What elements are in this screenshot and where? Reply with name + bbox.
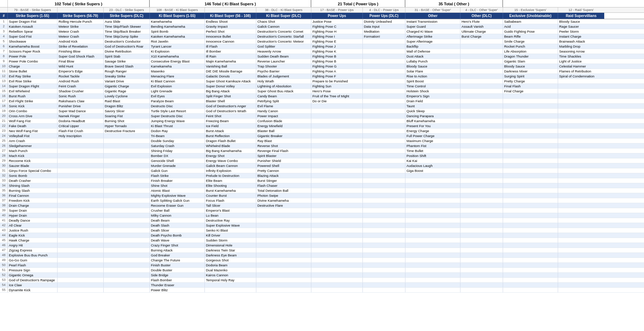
table-row: 53God of Destruction's RampageFlash Bomb… bbox=[0, 278, 644, 283]
table-row: 30Sauzer BladeMurder GrenadeGalick Beam … bbox=[0, 163, 644, 168]
table-row: 21Wolf Fang FistDodoria HeadbuttBurning … bbox=[0, 119, 644, 124]
table-row: 13Evil Rise StrikeAndroid RushVariant Dr… bbox=[0, 79, 644, 84]
table-row: 43Justice RushDeath SlicerSenko Ki Blast bbox=[0, 228, 644, 233]
table-row: 20Cross Arm DiveNamek FingerSoaring Fist… bbox=[0, 114, 644, 119]
table-row: 33Death CrasherFinish BreakerElite BeamB… bbox=[0, 178, 644, 183]
table-row: 27Mach PunchShining FridayBig Bang Kameh… bbox=[0, 148, 644, 153]
ch-ot2: Other (DLC) bbox=[460, 13, 503, 19]
table-row: 28Mach KickBomber DXEnergy ShotSpirit Bl… bbox=[0, 153, 644, 158]
strike-supers-header: 102 Total ( Strike Supers ) bbox=[8, 0, 150, 7]
sub-spacer bbox=[0, 7, 8, 12]
sub-kb2 bbox=[205, 7, 256, 12]
ch-num: # bbox=[0, 13, 8, 19]
table-row: 47Zigzag ExpressBurning AttackDarkness T… bbox=[0, 248, 644, 253]
other-header: 35 Total ( Other ) bbox=[405, 0, 503, 7]
ch-pu2: Power Ups (DLC) bbox=[363, 13, 405, 19]
table-row: 51Pressure SignDouble BusterDual Mazenko bbox=[0, 268, 644, 273]
sub-ex: 15 - Exclusive 'Supers' bbox=[503, 7, 558, 12]
table-row: 6Kamehameha BoostStrike of RevelationGod… bbox=[0, 44, 644, 49]
sub-ss-dlc: 23 - DLC - Strike Supers bbox=[104, 7, 150, 12]
table-row: 4Super God FistMeteor CrashTime Skip/Jum… bbox=[0, 34, 644, 39]
sub-kb-dlc: 38 - DLC - Ki Blast Supers bbox=[256, 7, 311, 12]
table-row: 44Eagle KickDeath Psycho BombKill Driver bbox=[0, 233, 644, 238]
table-row: 10ChargeWild HuntBrave Sword SlashKameka… bbox=[0, 64, 644, 69]
table-row: 31Ginyu Force Special ComboGalick GunInf… bbox=[0, 168, 644, 173]
sub-ot-dlc: 4 - DLC - Other 'Super' bbox=[460, 7, 503, 12]
ch-ss3: Strike Supers (DLC) bbox=[104, 13, 150, 19]
sub-ss2 bbox=[58, 7, 104, 12]
table-row: 2Kaioken AssaultMeteor StrikeTime Skip/F… bbox=[0, 24, 644, 29]
table-row: 32Sonic BombFlash StrikePrelude to Destr… bbox=[0, 173, 644, 178]
ch-ex1: Exclusive (Unobtainable) bbox=[503, 13, 558, 19]
table-row: 12Evil Ray StrikeRocket TackleSneaky Str… bbox=[0, 74, 644, 79]
col-headers: # Strike Supers (1-55) Strike Supers (56… bbox=[0, 13, 644, 19]
table-row: 49Go-Go GumChange The FutureGorgeous Sho… bbox=[0, 258, 644, 263]
table-row: 37Freedom KickEarth Splitting Galick Gun… bbox=[0, 198, 644, 203]
table-row: 52Gigantic OmegaSide BridgeKairos Cannon bbox=[0, 273, 644, 278]
ch-pu1: Power Ups bbox=[311, 13, 363, 19]
table-row: 46Angry HitCrazy Finger ShotDimensional … bbox=[0, 243, 644, 248]
table-row: 40Hyper DrainMilky CannonLu Bean bbox=[0, 213, 644, 218]
table-row: 24Volleyball FistHoly InscriptionTri-Bea… bbox=[0, 134, 644, 139]
table-row: 17Evil Flight StrikeRakshasa's ClawRaid … bbox=[0, 99, 644, 104]
exclusive-header bbox=[503, 0, 604, 7]
table-row: 25Arm CrashDouble SundayDragon Flash Bul… bbox=[0, 139, 644, 143]
table-row: 11Stone BulletEmperor's EdgeRough Ranger… bbox=[0, 69, 644, 74]
table-row: 39Super DrainCrusher BallEmperor's Blast bbox=[0, 208, 644, 213]
table-row: 42All ClearDeath SlashSuper Explosive Wa… bbox=[0, 223, 644, 228]
table-row: 7Scissors Paper RockFinishing BlowDivine… bbox=[0, 49, 644, 54]
table-row: 55Dynamite KickPower Blitz bbox=[0, 288, 644, 293]
table-row: 29Recoome KickGenocide ShellEnergy Wave … bbox=[0, 158, 644, 163]
table-row: 34Shining SlashShine ShotElite ShootingF… bbox=[0, 183, 644, 188]
table-row: 35Burning SlashAtomic BlastBurst Kameham… bbox=[0, 188, 644, 193]
ch-kb1: Ki Blast Supers (1-55) bbox=[150, 13, 205, 19]
section-headers: 102 Total ( Strike Supers ) 146 Total ( … bbox=[0, 0, 644, 7]
table-row: 38Drain ChargeRecoome Eraser GunTall Sli… bbox=[0, 203, 644, 208]
table-row: 15Evil WhirlwindShadow CrusherGigantic R… bbox=[0, 89, 644, 94]
ch-kb2: Ki Blast Super (56 - 108) bbox=[205, 13, 256, 19]
ki-blast-supers-header: 146 Total ( Ki Blast Supers ) bbox=[150, 0, 311, 7]
sub-kb-base: 108 - BASE - Ki Blast Supers bbox=[150, 7, 205, 12]
ch-ss1: Strike Supers (1-55) bbox=[8, 13, 58, 19]
page-container: 102 Total ( Strike Supers ) 146 Total ( … bbox=[0, 0, 644, 331]
sub-pu-base: 17 - BASE - Power Ups bbox=[311, 7, 363, 12]
sub-raid: 12 - Raid 'Supers' bbox=[558, 7, 604, 12]
ch-kb3: Ki Blast Super (DLC) bbox=[256, 13, 311, 19]
table-row: 45Hawk ChargeDeath WaveSudden Storm bbox=[0, 238, 644, 243]
sub-ot-base: 31 - BASE - Other 'Super' bbox=[405, 7, 460, 12]
power-ups-header: 21 Total ( Power Ups ) bbox=[311, 0, 405, 7]
table-row: 26SledgehammerSaturday CrashWhirlwind Bl… bbox=[0, 143, 644, 148]
table-row: 18Sonic KickPunisher DriveDragon BlitzDe… bbox=[0, 104, 644, 109]
ch-ot1: Other bbox=[405, 13, 460, 19]
row-num-spacer bbox=[0, 0, 8, 7]
table-row: 14Super Dragon FlightFeint CrashGigantic… bbox=[0, 84, 644, 89]
table-row: 41Deadly DanceDeath BeamDestructive Ray bbox=[0, 218, 644, 223]
table-row: 3Rebellion SpearMeteor CrashTime Skip/Ba… bbox=[0, 29, 644, 34]
ch-ex2: Raid Supervillians bbox=[558, 13, 604, 19]
table-row: 8Power PoleSuper God Shock FlashSpirit S… bbox=[0, 54, 644, 59]
table-row: 9Power Pole ComboFinal BlowSavage Strike… bbox=[0, 59, 644, 64]
table-row: 16Burst RushSonic RushLovely CycloneEvil… bbox=[0, 94, 644, 99]
table-row: 36Final CannonMighty Explosive WaveCount… bbox=[0, 193, 644, 198]
table-row: 23Neo Wolf Fang FistFlash Fist CrushDest… bbox=[0, 129, 644, 134]
table-row: 54Ice ClawThunder Eraser bbox=[0, 283, 644, 288]
table-row: 19Orin ComboSuper Mad DanceSavory Slicer… bbox=[0, 109, 644, 114]
table-row: 5ShockwaveAndroid KickDestruction's Cond… bbox=[0, 39, 644, 44]
table-row: 48Explosive Buu Buu PunchGod BreakerDark… bbox=[0, 253, 644, 258]
table-row: 1Super Dragon FistRolling Hercule PunchA… bbox=[0, 19, 644, 24]
sub-headers: 79 - BASE - Strike Supers 23 - DLC - Str… bbox=[0, 7, 644, 13]
ch-ss2: Strike Supers (56-79) bbox=[58, 13, 104, 19]
table-row: 50Pearl FlashFinish BusterDodoria Beam bbox=[0, 263, 644, 268]
table-row: 22Fake DeathCritical UpperHyper TornadoK… bbox=[0, 124, 644, 129]
sub-ss-base: 79 - BASE - Strike Supers bbox=[8, 7, 58, 12]
data-rows: 1Super Dragon FistRolling Hercule PunchA… bbox=[0, 19, 644, 293]
sub-pu-dlc: 4 - DLC - Power Ups bbox=[363, 7, 405, 12]
